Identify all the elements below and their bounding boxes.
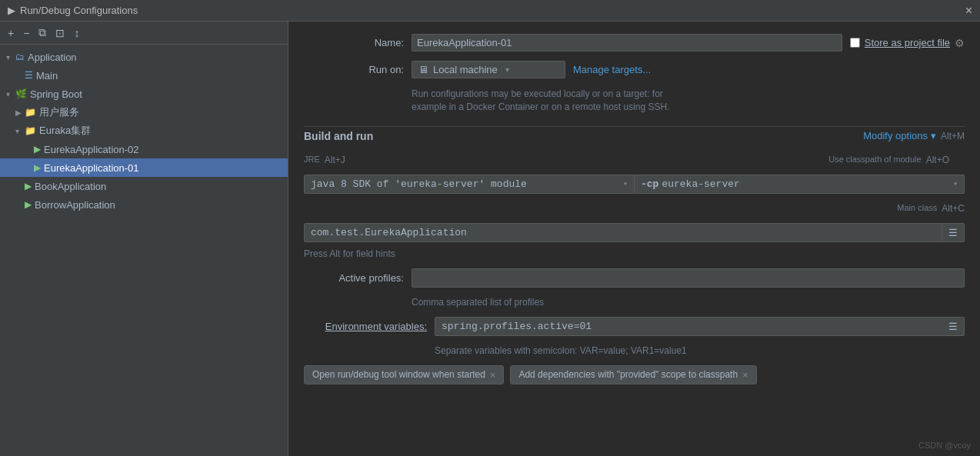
expand-arrow: ▾ <box>6 90 15 98</box>
env-vars-label: Environment variables: <box>304 321 427 332</box>
tag-open-run-debug: Open run/debug tool window when started … <box>304 365 504 384</box>
store-label: Store as project file <box>865 37 950 48</box>
tag-add-dependencies: Add dependencies with "provided" scope t… <box>510 365 756 384</box>
local-machine-icon: 🖥 <box>418 64 428 75</box>
classpath-select[interactable]: -cp eureka-server ▾ <box>635 175 965 194</box>
chevron-down-icon: ▾ <box>953 179 958 188</box>
jre-module-labels: JRE Alt+J Use classpath of module Alt+O <box>304 155 965 165</box>
active-profiles-input[interactable] <box>412 268 965 288</box>
watermark: CSDN @vcoy <box>918 441 971 450</box>
sidebar-item-spring-boot[interactable]: ▾ 🌿 Spring Boot <box>0 85 288 103</box>
sidebar-toolbar: + − ⧉ ⊡ ↕ <box>0 22 288 45</box>
store-section: Store as project file ⚙ <box>850 37 965 49</box>
build-run-title: Build and run <box>304 130 373 142</box>
env-vars-row: Environment variables: ☰ <box>304 317 965 336</box>
folder-icon: 📁 <box>25 107 36 118</box>
classpath-value: eureka-server <box>662 178 739 190</box>
env-vars-browse-button[interactable]: ☰ <box>942 318 964 335</box>
env-input-wrap: ☰ <box>435 317 965 336</box>
active-profiles-label: Active profiles: <box>304 272 404 284</box>
env-vars-input[interactable] <box>435 318 942 335</box>
main-class-browse-button[interactable]: ☰ <box>942 223 965 242</box>
env-vars-hint: Separate variables with semicolon: VAR=v… <box>435 345 965 356</box>
title-bar: ▶ Run/Debug Configurations × <box>0 0 980 22</box>
gear-icon[interactable]: ⚙ <box>955 37 965 49</box>
tags-row: Open run/debug tool window when started … <box>304 365 965 384</box>
tag-label: Add dependencies with "provided" scope t… <box>518 369 738 380</box>
jre-select[interactable]: java 8 SDK of 'eureka-server' module ▾ <box>304 175 635 194</box>
build-run-section-header: Build and run Modify options ▾ Alt+M <box>304 126 965 145</box>
name-input[interactable] <box>412 34 842 52</box>
main-class-shortcut: Alt+C <box>942 203 965 214</box>
folder-icon: 📁 <box>25 125 36 136</box>
run-on-hint: Run configurations may be executed local… <box>412 88 965 114</box>
sidebar-item-application[interactable]: ▾ 🗂 Application <box>0 48 288 66</box>
expand-arrow: ▾ <box>15 127 25 135</box>
manage-targets-link[interactable]: Manage targets... <box>573 64 651 75</box>
press-alt-hint: Press Alt for field hints <box>304 248 965 259</box>
title-bar-left: ▶ Run/Debug Configurations <box>8 5 138 16</box>
run-config-icon: ▶ <box>25 199 32 210</box>
sidebar: + − ⧉ ⊡ ↕ ▾ 🗂 Application ☰ Main <box>0 22 288 456</box>
jre-label: JRE <box>304 155 320 165</box>
application-folder-icon: 🗂 <box>15 52 25 62</box>
run-config-icon: ▶ <box>25 181 32 191</box>
sidebar-item-label: BookApplication <box>35 181 106 192</box>
modify-options-button[interactable]: Modify options ▾ <box>863 130 936 141</box>
name-label: Name: <box>304 37 404 48</box>
sidebar-item-borrow-app[interactable]: ▶ BorrowApplication <box>0 195 288 214</box>
classpath-shortcut: Alt+O <box>926 155 949 165</box>
sidebar-item-eureka-02[interactable]: ▶ EurekaApplication-02 <box>0 140 288 158</box>
sidebar-item-label: EurekaApplication-01 <box>44 162 139 174</box>
run-on-label: Run on: <box>304 64 404 75</box>
modify-options-area: Modify options ▾ Alt+M <box>863 130 965 141</box>
right-panel: Name: Store as project file ⚙ Run on: 🖥 … <box>288 22 980 456</box>
sidebar-item-label: Spring Boot <box>30 88 82 100</box>
sidebar-item-main[interactable]: ☰ Main <box>0 66 288 85</box>
store-project-checkbox[interactable] <box>850 38 860 48</box>
sidebar-item-label: 用户服务 <box>39 105 79 119</box>
run-on-value: Local machine <box>433 64 498 75</box>
run-config-icon: ▶ <box>34 162 41 173</box>
run-config-icon: ▶ <box>34 144 41 155</box>
classpath-label: Use classpath of module <box>828 155 921 165</box>
folder-config-button[interactable]: ⊡ <box>52 25 68 41</box>
active-profiles-row: Active profiles: <box>304 268 965 288</box>
profiles-hint: Comma separated list of profiles <box>412 297 965 308</box>
sidebar-item-euraka-cluster[interactable]: ▾ 📁 Euraka集群 <box>0 121 288 140</box>
close-button[interactable]: × <box>965 4 972 18</box>
sidebar-item-label: EurekaApplication-02 <box>44 144 139 155</box>
copy-config-button[interactable]: ⧉ <box>35 25 49 41</box>
app-icon: ▶ <box>8 5 15 16</box>
run-on-select[interactable]: 🖥 Local machine ▾ <box>412 61 565 78</box>
title-bar-title: Run/Debug Configurations <box>20 5 138 16</box>
sidebar-item-label: Application <box>28 52 77 63</box>
expand-arrow: ▾ <box>6 53 15 62</box>
tag-close-button[interactable]: × <box>490 369 496 381</box>
tag-label: Open run/debug tool window when started <box>312 369 485 380</box>
add-config-button[interactable]: + <box>5 25 17 41</box>
main-class-label-row: Main class Alt+C <box>304 203 965 214</box>
chevron-down-icon: ▾ <box>505 65 509 74</box>
main-class-input[interactable] <box>304 223 942 242</box>
jre-module-row: java 8 SDK of 'eureka-server' module ▾ -… <box>304 175 965 194</box>
sidebar-item-label: Main <box>36 70 58 82</box>
expand-arrow: ▶ <box>15 108 25 117</box>
sidebar-tree: ▾ 🗂 Application ☰ Main ▾ 🌿 Spring Boot <box>0 45 288 456</box>
sidebar-item-eureka-01[interactable]: ▶ EurekaApplication-01 <box>0 158 288 177</box>
sidebar-item-label: Euraka集群 <box>39 124 91 138</box>
sidebar-item-user-service[interactable]: ▶ 📁 用户服务 <box>0 103 288 121</box>
tag-close-button[interactable]: × <box>742 369 748 381</box>
spring-boot-icon: 🌿 <box>15 88 27 99</box>
modify-shortcut: Alt+M <box>941 131 965 141</box>
jre-value: java 8 SDK of 'eureka-server' module <box>311 178 527 190</box>
remove-config-button[interactable]: − <box>20 25 32 41</box>
sort-config-button[interactable]: ↕ <box>71 25 82 41</box>
jre-shortcut: Alt+J <box>325 155 345 165</box>
sidebar-item-label: BorrowApplication <box>35 199 115 211</box>
sidebar-item-book-app[interactable]: ▶ BookApplication <box>0 177 288 195</box>
main-class-row: ☰ <box>304 223 965 242</box>
main-icon: ☰ <box>25 70 33 81</box>
chevron-down-icon: ▾ <box>623 179 628 188</box>
main-layout: + − ⧉ ⊡ ↕ ▾ 🗂 Application ☰ Main <box>0 22 980 456</box>
